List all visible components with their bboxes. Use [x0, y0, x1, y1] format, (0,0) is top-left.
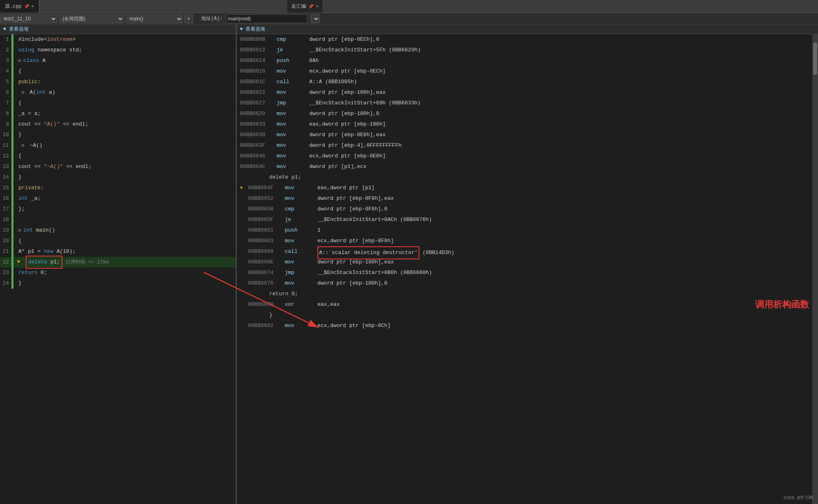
disasm-line-664f: ➤ 00BB664F mov eax,dword ptr [p1]: [237, 183, 812, 193]
disasm-tab-label: 反汇编: [291, 3, 306, 10]
source-scroll: 1 #include<iostream> 2 using namespace s…: [0, 34, 236, 504]
disasm-tab-pin: 📌: [308, 4, 313, 9]
disasm-line-665f: 00BB665F je __$EncStackInitStart+0ACh (0…: [237, 214, 812, 225]
source-line-14: 14 }: [0, 172, 236, 183]
func-dropdown[interactable]: main(): [126, 14, 183, 23]
disasm-line-6627: 00BB6627 jmp __$EncStackInitStart+69h (0…: [237, 98, 812, 108]
disasm-source-return: return 0;: [237, 289, 812, 299]
source-line-8: 8 _a = a;: [0, 108, 236, 119]
address-label: 地址(A):: [201, 15, 223, 22]
source-line-7: 7 {: [0, 98, 236, 108]
add-watch-button[interactable]: +: [184, 14, 193, 23]
address-dropdown[interactable]: ▼: [311, 14, 320, 23]
disasm-line-6646: 00BB6646 mov ecx,dword ptr [ebp-0E0h]: [237, 151, 812, 161]
source-toolbar: test1_11_10 (全局范围) main() + 地址(A): ▼: [0, 13, 818, 24]
source-line-17: 17 };: [0, 204, 236, 214]
source-line-19: 19 ⊟int main(): [0, 225, 236, 236]
disasm-line-6680: 00BB6680 xor eax,eax 调用析构函数: [237, 299, 812, 310]
source-line-20: 20 {: [0, 236, 236, 246]
line22-tooltip: 已用时间 <= 17ms: [66, 257, 109, 267]
source-line-11: 11 ⊟ ~A(): [0, 140, 236, 151]
source-tab[interactable]: 源.cpp 📌 ×: [0, 0, 39, 13]
source-line-18: 18: [0, 214, 236, 225]
file-dropdown[interactable]: test1_11_10: [0, 14, 57, 23]
source-panel: ▼ 查看选项 1 #include<iostream> 2 using: [0, 24, 237, 504]
disasm-content: 00BB660B cmp dword ptr [ebp-0ECh],0 00BB…: [237, 34, 818, 504]
disasm-line-6658: 00BB6658 cmp dword ptr [ebp-0F8h],0: [237, 204, 812, 214]
disasm-line-663f: 00BB663F mov dword ptr [ebp-4],0FFFFFFFF…: [237, 140, 812, 151]
source-line-5: 5 public:: [0, 77, 236, 87]
source-line-16: 16 int _a;: [0, 193, 236, 204]
scope-dropdown[interactable]: (全局范围): [59, 14, 124, 23]
callout-text: 调用析构函数: [755, 299, 809, 310]
source-line-24: 24 }: [0, 278, 236, 289]
disasm-line-664c: 00BB664C mov dword ptr [p1],ecx: [237, 161, 812, 172]
source-line-4: 4 {: [0, 66, 236, 77]
source-line-12: 12 {: [0, 151, 236, 161]
source-tab-pin: 📌: [24, 4, 29, 9]
disasm-line-6676: 00BB6676 mov dword ptr [ebp-100h],0: [237, 278, 812, 289]
disasm-line-6669: 00BB6669 call A::`scalar deleting destru…: [237, 246, 812, 257]
current-line-arrow: ➤: [13, 257, 24, 267]
disasm-line-6674: 00BB6674 jmp __$EncStackInitStart+0B6h (…: [237, 267, 812, 278]
csdn-watermark: CSDN @学习网: [783, 495, 813, 501]
disasm-line-6661: 00BB6661 push 1: [237, 225, 812, 236]
disasm-source-delete: delete p1;: [237, 172, 812, 183]
disasm-line-6621: 00BB6621 mov dword ptr [ebp-100h],eax: [237, 87, 812, 98]
view-options-label: ▼ 查看选项: [3, 26, 29, 33]
disasm-panel: ▼ 查看选项 00BB660B cmp dword ptr [ebp-0ECh]…: [237, 24, 818, 504]
disasm-line-top: 00BB660B cmp dword ptr [ebp-0ECh],0: [237, 34, 812, 45]
disasm-scrollbar[interactable]: [812, 34, 818, 504]
source-line-3: 3 ⊟class A: [0, 55, 236, 66]
source-line-6: 6 ⊟ A(int a): [0, 87, 236, 98]
address-input[interactable]: [226, 14, 308, 23]
disasm-line-6639: 00BB6639 mov dword ptr [ebp-0E0h],eax: [237, 130, 812, 140]
source-tab-label: 源.cpp: [5, 3, 22, 10]
disasm-line-661c: 00BB661C call A::A (0BB1005h): [237, 77, 812, 87]
source-line-10: 10 }: [0, 130, 236, 140]
disasm-tab[interactable]: 反汇编 📌 ×: [287, 0, 323, 13]
disasm-tab-close[interactable]: ×: [316, 4, 319, 9]
main-container: 源.cpp 📌 × 反汇编 📌 × test1_11_10 (全局范围) mai…: [0, 0, 818, 504]
source-line-22: 22 ➤ delete p1; 已用时间 <= 17ms: [0, 257, 236, 267]
disasm-664f-arrow: ➤: [240, 183, 248, 193]
disasm-line-6614: 00BB6614 push 0Ah: [237, 55, 812, 66]
disasm-view-options[interactable]: ▼ 查看选项: [240, 26, 265, 33]
source-line-2: 2 using namespace std;: [0, 45, 236, 55]
disasm-line-6663: 00BB6663 mov ecx,dword ptr [ebp-0F8h]: [237, 236, 812, 246]
top-tab-bar: 源.cpp 📌 × 反汇编 📌 ×: [0, 0, 818, 13]
content-area: ▼ 查看选项 1 #include<iostream> 2 using: [0, 24, 818, 504]
source-tab-close[interactable]: ×: [31, 4, 34, 9]
disasm-line-6616: 00BB6616 mov ecx,dword ptr [ebp-0ECh]: [237, 66, 812, 77]
scrollbar-thumb[interactable]: [813, 42, 817, 75]
source-line-15: 15 private:: [0, 183, 236, 193]
source-line-23: 23 return 0;: [0, 267, 236, 278]
source-line-13: 13 cout << "~A()" << endl;: [0, 161, 236, 172]
disasm-line-6682: 00BB6682 mov ecx,dword ptr [ebp-0Ch]: [237, 321, 812, 331]
disasm-line-6629: 00BB6629 mov dword ptr [ebp-100h],0: [237, 108, 812, 119]
disasm-line-6633: 00BB6633 mov eax,dword ptr [ebp-100h]: [237, 119, 812, 130]
disasm-source-brace: }: [237, 310, 812, 321]
source-line-9: 9 cout << "A()" << endl;: [0, 119, 236, 130]
disasm-line-6652: 00BB6652 mov dword ptr [ebp-0F8h],eax: [237, 193, 812, 204]
source-line-1: 1 #include<iostream>: [0, 34, 236, 45]
disasm-line-6612: 00BB6612 je __$EncStackInitStart+5Fh (0B…: [237, 45, 812, 55]
